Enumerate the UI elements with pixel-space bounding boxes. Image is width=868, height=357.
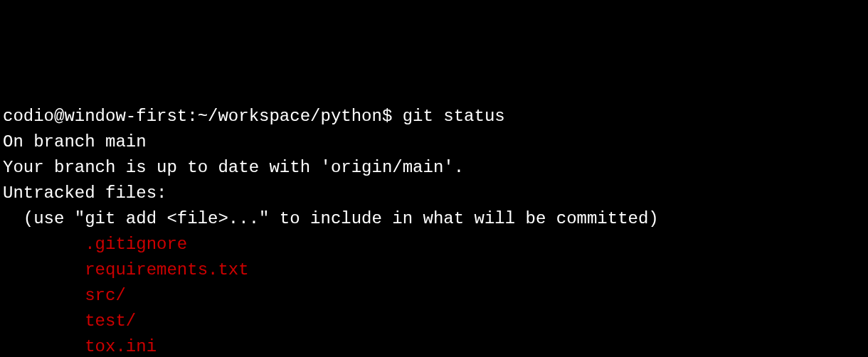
- indent: [3, 311, 85, 331]
- untracked-file-name: src/: [85, 286, 126, 305]
- untracked-file-name: tox.ini: [85, 337, 157, 356]
- untracked-file-line: requirements.txt: [3, 257, 865, 283]
- untracked-file-line: test/: [3, 309, 865, 334]
- untracked-files-list: .gitignore requirements.txt src/ test/ t…: [3, 232, 865, 357]
- indent: [3, 235, 85, 254]
- shell-prompt: codio@window-first:~/workspace/python$: [3, 107, 403, 126]
- untracked-header: Untracked files:: [3, 181, 865, 206]
- untracked-file-name: requirements.txt: [85, 260, 248, 279]
- untracked-file-line: tox.ini: [3, 334, 865, 357]
- indent: [3, 260, 85, 279]
- untracked-file-name: .gitignore: [85, 235, 187, 254]
- untracked-hint: (use "git add <file>..." to include in w…: [3, 206, 865, 232]
- command-line: codio@window-first:~/workspace/python$ g…: [3, 104, 865, 129]
- indent: [3, 337, 85, 356]
- untracked-file-line: src/: [3, 283, 865, 309]
- untracked-file-line: .gitignore: [3, 232, 865, 257]
- indent: [3, 286, 85, 305]
- upstream-info: Your branch is up to date with 'origin/m…: [3, 155, 865, 181]
- terminal[interactable]: codio@window-first:~/workspace/python$ g…: [3, 104, 865, 357]
- command-text: git status: [403, 107, 505, 126]
- untracked-file-name: test/: [85, 311, 136, 331]
- branch-info: On branch main: [3, 129, 865, 155]
